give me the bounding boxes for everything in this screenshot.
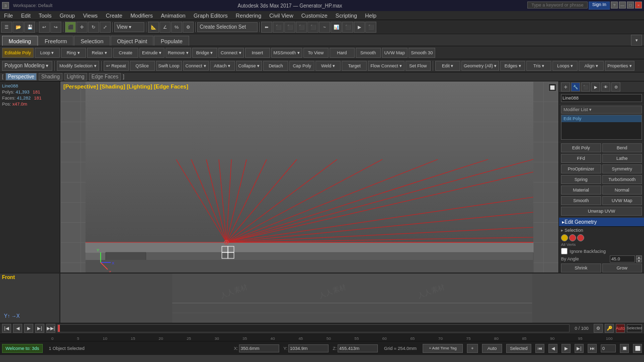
material-btn[interactable]: Material (561, 186, 601, 195)
loops-btn[interactable]: Loops ▾ (552, 61, 578, 71)
tab-object-paint[interactable]: Object Paint (111, 36, 154, 46)
status-selected-btn[interactable]: Selected (506, 344, 531, 353)
insert-btn[interactable]: Insert (245, 48, 270, 58)
tab-selection[interactable]: Selection (74, 36, 110, 46)
lathe-btn[interactable]: Lathe (602, 154, 642, 163)
vp-maximize-btn[interactable]: ⬜ (548, 83, 556, 92)
by-angle-down[interactable]: ▼ (636, 259, 642, 262)
render-setup-btn[interactable]: ⬛ (342, 22, 353, 33)
angle-snap[interactable]: ∠ (159, 22, 171, 33)
connect-btn[interactable]: Connect ▾ (218, 48, 244, 58)
grow-btn[interactable]: Grow (602, 263, 642, 273)
qslice-btn[interactable]: QSlice (130, 61, 155, 71)
minimize-button[interactable]: — (619, 2, 626, 9)
status-add-time-btn[interactable]: + Add Time Tag (423, 344, 463, 353)
editable-poly-btn[interactable]: Editable Poly (2, 48, 34, 58)
status-prev-frame-btn[interactable]: ◀ (548, 344, 557, 353)
smooth30-btn[interactable]: Smooth 30 (409, 48, 436, 58)
border-mode-btn[interactable] (577, 234, 584, 241)
render-frame-btn[interactable]: ▶ (354, 22, 365, 33)
ignore-backfacing-checkbox[interactable] (561, 248, 568, 254)
snap-toggle[interactable]: 📐 (148, 22, 159, 33)
set-flow-btn[interactable]: Set Flow (406, 61, 431, 71)
status-z-input[interactable] (338, 344, 378, 352)
snap-spinner[interactable]: ⚙ (183, 22, 194, 33)
repeat-btn[interactable]: ↩ Repeat (104, 61, 129, 71)
edit-poly-btn[interactable]: Edit Poly (561, 143, 601, 152)
weld-btn[interactable]: Weld ▾ (315, 61, 341, 71)
tab-populate[interactable]: Populate (154, 36, 189, 46)
create-btn[interactable]: Create (113, 48, 138, 58)
smooth2-btn[interactable]: Smooth (356, 48, 381, 58)
curve-btn[interactable]: ~ (319, 22, 330, 33)
tab-modeling[interactable]: Modeling (2, 36, 38, 46)
edge-mode-btn[interactable] (569, 234, 576, 241)
ring-btn[interactable]: Ring ▾ (61, 48, 86, 58)
rp-modify-icon[interactable]: 🔧 (571, 82, 580, 92)
smooth-btn[interactable]: Smooth (561, 196, 601, 205)
extrude-btn[interactable]: Extrude ▾ (139, 48, 165, 58)
select-btn[interactable]: ⬛ (65, 22, 76, 33)
tl-end-btn[interactable]: ▶▶| (46, 324, 55, 333)
by-angle-up[interactable]: ▲ (636, 255, 642, 259)
ffd-btn[interactable]: FFd (561, 154, 601, 163)
menu-scripting[interactable]: Scripting (334, 12, 359, 19)
menu-animation[interactable]: Animation (159, 12, 188, 19)
status-play-btn[interactable]: ⏮ (535, 344, 544, 353)
ref-coord-dropdown[interactable]: View ▾ (114, 22, 144, 32)
status-y-input[interactable] (288, 344, 329, 352)
align3-btn[interactable]: ⬛ (296, 22, 307, 33)
status-auto-btn[interactable]: Auto (482, 344, 502, 353)
maximize-button[interactable]: □ (627, 2, 634, 9)
bc-lighting[interactable]: Lighting (64, 73, 87, 80)
align2-sm-btn[interactable]: Align ▾ (579, 61, 604, 71)
bend-btn[interactable]: Bend (602, 143, 642, 152)
create-selection-set[interactable]: Create Selection Set (197, 22, 258, 32)
redo-btn[interactable]: ↪ (50, 22, 61, 33)
cap-poly-btn[interactable]: Cap Poly (289, 61, 314, 71)
spring-btn[interactable]: Spring (561, 175, 601, 184)
by-angle-input[interactable] (610, 255, 635, 262)
tl-next-btn[interactable]: ▶| (35, 324, 44, 333)
edges-btn[interactable]: Edges ▾ (500, 61, 525, 71)
uvw-map-btn[interactable]: UVW Map (602, 196, 642, 205)
menu-rendering[interactable]: Rendering (234, 12, 264, 19)
menu-group[interactable]: Group (57, 12, 77, 19)
tl-key-btn[interactable]: 🔑 (605, 324, 614, 333)
tl-prev-btn[interactable]: ◀ (13, 324, 22, 333)
bridge-btn[interactable]: Bridge ▾ (192, 48, 217, 58)
align2-btn[interactable]: ⬛ (284, 22, 295, 33)
bc-perspective[interactable]: Perspective (6, 73, 37, 80)
relax-btn[interactable]: Relax ▾ (87, 48, 112, 58)
new-btn[interactable]: ☰ (1, 22, 12, 33)
bc-edge-faces[interactable]: Edge Faces (89, 73, 121, 80)
menu-edit[interactable]: Edit (19, 12, 33, 19)
sign-in-button[interactable]: Sign In (589, 2, 610, 10)
tl-mode-select[interactable]: Selected (627, 324, 642, 332)
menu-help[interactable]: Help (363, 12, 379, 19)
geometry-all-btn[interactable]: Geometry (All) ▾ (461, 61, 500, 71)
menu-graph-editors[interactable]: Graph Editors (192, 12, 230, 19)
rp-display-icon[interactable]: 👁 (601, 82, 610, 92)
mirror-btn[interactable]: ⬅ (261, 22, 272, 33)
status-minimize-panel-btn[interactable]: 🔲 (620, 344, 629, 353)
vertex-mode-btn[interactable] (561, 234, 568, 241)
modifier-edit-poly[interactable]: Edit Poly (561, 115, 641, 122)
uvw-btn[interactable]: UVW Map (382, 48, 408, 58)
graph-btn[interactable]: 📊 (331, 22, 342, 33)
layer-btn[interactable]: ⬛ (307, 22, 318, 33)
modify-selection-btn[interactable]: Modify Selection ▾ (57, 61, 99, 71)
tl-time-config-btn[interactable]: ⚙ (594, 324, 603, 333)
status-next-frame-btn[interactable]: ▶| (575, 344, 584, 353)
bv-right-viewport[interactable]: 人人素材 人人素材 人人素材 (60, 274, 644, 323)
bc-shading[interactable]: Shading (39, 73, 62, 80)
menu-views[interactable]: Views (81, 12, 100, 19)
unwrap-uvw-btn[interactable]: Unwrap UVW (561, 207, 642, 216)
menu-tools[interactable]: Tools (37, 12, 54, 19)
workspace-selector[interactable]: Workspace: Default (13, 3, 52, 8)
attach-btn[interactable]: Attach ▾ (210, 61, 235, 71)
turbosmooth-btn[interactable]: TurboSmooth (602, 175, 642, 184)
normal-btn[interactable]: Normal (602, 186, 642, 195)
tl-start-btn[interactable]: |◀ (2, 324, 11, 333)
hard-btn[interactable]: Hard (330, 48, 355, 58)
